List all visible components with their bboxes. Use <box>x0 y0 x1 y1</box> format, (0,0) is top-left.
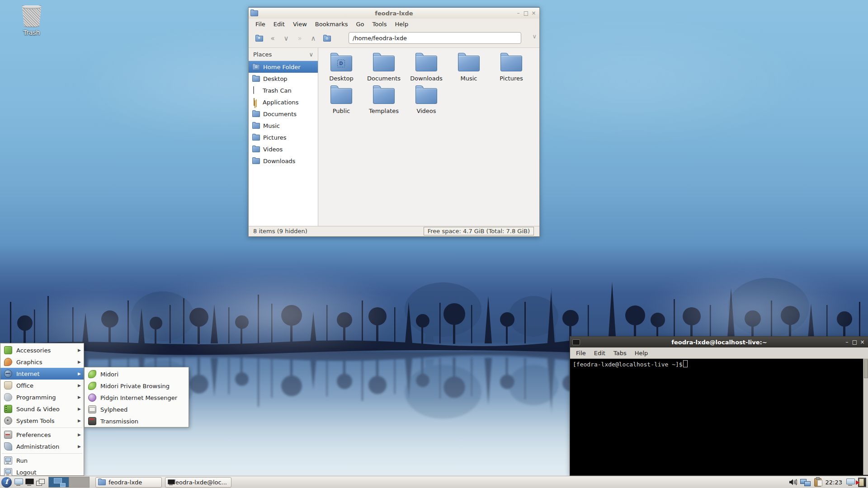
folder-item-music[interactable]: Music <box>448 52 490 87</box>
workspace-1[interactable] <box>49 477 69 487</box>
menu-file[interactable]: File <box>572 348 590 358</box>
file-manager-launcher[interactable] <box>13 477 24 487</box>
menu-file[interactable]: File <box>251 19 269 29</box>
sidebar-item-videos[interactable]: Videos <box>249 143 318 155</box>
logout-door-icon[interactable] <box>858 478 866 487</box>
terminal-scrollbar[interactable] <box>863 359 868 475</box>
sidebar-item-downloads[interactable]: Downloads <box>249 155 318 167</box>
menu-edit[interactable]: Edit <box>590 348 609 358</box>
new-tab-button[interactable]: ✶ <box>252 32 266 45</box>
menu-item-run[interactable]: Run <box>0 455 84 466</box>
menu-item-sound-video[interactable]: Sound & Video ▶ <box>0 403 84 415</box>
start-menu-button[interactable]: f <box>1 477 12 488</box>
clock[interactable]: 22:23 <box>826 479 842 486</box>
submenu-item-midori-private[interactable]: Midori Private Browsing <box>85 380 189 392</box>
menu-go[interactable]: Go <box>352 19 368 29</box>
sidebar-item-home[interactable]: ⌂ Home Folder <box>249 61 318 73</box>
submenu-item-sylpheed[interactable]: Sylpheed <box>85 404 189 415</box>
menu-item-programming[interactable]: Programming ▶ <box>0 391 84 403</box>
network-icon[interactable] <box>800 479 811 486</box>
jump-button[interactable]: ∨ <box>532 33 537 40</box>
accessories-icon <box>4 346 12 354</box>
desktop-folder-icon: ∷ <box>252 76 260 82</box>
folder-item-label: Music <box>461 75 477 82</box>
folder-item-downloads[interactable]: Downloads <box>405 52 448 87</box>
places-header[interactable]: Places ∨ <box>249 48 318 61</box>
folder-item-templates[interactable]: Templates <box>363 84 405 119</box>
programming-icon <box>4 393 12 401</box>
task-button-file-manager[interactable]: feodra-lxde <box>95 477 162 488</box>
menu-tools[interactable]: Tools <box>368 19 391 29</box>
terminal-screen[interactable]: [feodra-lxde@localhost-live ~]$ <box>570 359 868 475</box>
terminal-launcher[interactable] <box>24 477 35 487</box>
menu-item-accessories[interactable]: Accessories ▶ <box>0 344 84 356</box>
close-button[interactable]: × <box>530 10 538 17</box>
scrollbar-thumb[interactable] <box>864 359 868 378</box>
maximize-button[interactable]: □ <box>522 10 530 17</box>
screen <box>14 479 23 484</box>
folder-item-desktop[interactable]: D Desktop <box>320 52 363 87</box>
menu-item-system-tools[interactable]: System Tools ▶ <box>0 415 84 427</box>
sidebar-item-desktop[interactable]: ∷ Desktop <box>249 73 318 84</box>
forward-button[interactable]: » <box>293 32 307 45</box>
minimize-button[interactable]: – <box>843 339 851 346</box>
sidebar-item-pictures[interactable]: Pictures <box>249 131 318 143</box>
application-menu: Accessories ▶ Graphics ▶ Internet ▶ Offi… <box>0 343 84 476</box>
task-button-terminal[interactable]: feodra-lxde@loc... <box>165 477 231 488</box>
menu-item-graphics[interactable]: Graphics ▶ <box>0 356 84 368</box>
folder-item-public[interactable]: Public <box>320 84 363 119</box>
screensaver-icon[interactable] <box>846 479 855 486</box>
folder-item-pictures[interactable]: Pictures <box>490 52 533 87</box>
back-button[interactable]: « <box>266 32 279 45</box>
sidebar-item-music[interactable]: Music <box>249 120 318 131</box>
window-controls: –□× <box>514 9 538 17</box>
folder-icon <box>252 158 260 164</box>
minimize-all-button[interactable] <box>35 477 46 487</box>
submenu-item-transmission[interactable]: Transmission <box>85 415 189 427</box>
menu-item-preferences[interactable]: Preferences ▶ <box>0 429 84 441</box>
submenu-item-midori[interactable]: Midori <box>85 368 189 380</box>
folder-item-label: Downloads <box>410 75 442 82</box>
task-button-label: feodra-lxde <box>108 479 142 486</box>
sidebar-item-documents[interactable]: Documents <box>249 108 318 120</box>
sidebar-item-trash[interactable]: Trash Can <box>249 84 318 96</box>
volume-icon[interactable] <box>789 479 797 486</box>
menu-item-administration[interactable]: Administration ▶ <box>0 441 84 452</box>
menu-tabs[interactable]: Tabs <box>609 348 631 358</box>
menu-item-office[interactable]: Office ▶ <box>0 380 84 391</box>
clipboard-icon[interactable] <box>814 478 821 487</box>
midori-leaf-icon <box>88 382 96 390</box>
menu-item-internet[interactable]: Internet ▶ <box>0 368 84 380</box>
sparkle: ✶ <box>256 35 263 41</box>
history-dropdown-button[interactable]: ∨ <box>279 32 293 45</box>
minimize-button[interactable]: – <box>514 10 522 17</box>
maximize-button[interactable]: □ <box>851 339 859 346</box>
places-sidebar: Places ∨ ⌂ Home Folder ∷ Desktop Trash C… <box>249 48 318 226</box>
sidebar-item-applications[interactable]: Applications <box>249 96 318 108</box>
menu-help[interactable]: Help <box>391 19 413 29</box>
terminal-titlebar[interactable]: feodra-lxde@localhost-live:~ –□× <box>570 337 868 347</box>
administration-icon <box>4 442 12 450</box>
menu-edit[interactable]: Edit <box>269 19 289 29</box>
close-button[interactable]: × <box>859 339 866 346</box>
terminal-icon <box>25 479 34 486</box>
desktop-trash-shortcut[interactable]: Trash <box>14 5 50 36</box>
folder-item-videos[interactable]: Videos <box>405 84 448 119</box>
terminal-title: feodra-lxde@localhost-live:~ <box>570 339 868 346</box>
sidebar-item-label: Pictures <box>263 134 286 141</box>
sidebar-item-label: Music <box>263 122 280 129</box>
desktop-emblem: D <box>337 60 345 67</box>
menu-help[interactable]: Help <box>631 348 652 358</box>
trash-icon <box>252 87 259 94</box>
menu-item-label: Internet <box>16 371 74 377</box>
workspace-2[interactable] <box>69 477 89 487</box>
icon-view[interactable]: D Desktop Documents Downloads Music Pict… <box>318 48 539 226</box>
folder-item-documents[interactable]: Documents <box>363 52 405 87</box>
submenu-item-pidgin[interactable]: Pidgin Internet Messenger <box>85 392 189 404</box>
home-button[interactable]: ⌂ <box>320 32 334 45</box>
menu-view[interactable]: View <box>289 19 311 29</box>
path-input[interactable] <box>349 32 521 44</box>
file-manager-titlebar[interactable]: feodra-lxde –□× <box>249 8 539 19</box>
menu-bookmarks[interactable]: Bookmarks <box>311 19 352 29</box>
up-button[interactable]: ∧ <box>307 32 320 45</box>
